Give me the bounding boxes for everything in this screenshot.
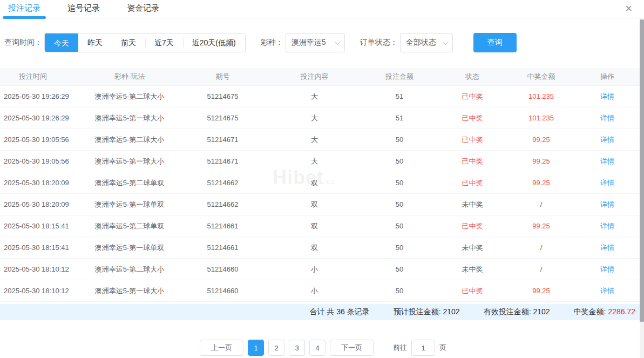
page-button-2[interactable]: 2	[268, 340, 284, 356]
cell-content: 双	[267, 178, 362, 188]
cell-time: 2025-05-30 19:26:29	[0, 114, 81, 122]
table-row: 2025-05-30 18:10:12 澳洲幸运5-第一球大小 51214660…	[0, 280, 640, 302]
table-row: 2025-05-30 19:05:56 澳洲幸运5-第二球大小 51214671…	[0, 129, 640, 151]
summary-win-value: 2286.72	[608, 307, 635, 316]
cell-game: 澳洲幸运5-第二球大小	[81, 265, 178, 274]
cell-win: 99.25	[507, 222, 575, 230]
table-row: 2025-05-30 19:26:29 澳洲幸运5-第二球大小 51214675…	[0, 86, 640, 107]
cell-game: 澳洲幸运5-第一球大小	[81, 286, 178, 296]
cell-time: 2025-05-30 18:15:41	[0, 222, 81, 230]
detail-link[interactable]: 详情	[575, 265, 640, 274]
filter-bar: 查询时间： 今天 昨天 前天 近7天 近20天(低频) 彩种： 澳洲幸运5 订单…	[4, 33, 644, 52]
page-button-4[interactable]: 4	[309, 340, 326, 356]
col-header-content: 投注内容	[267, 72, 362, 82]
detail-link[interactable]: 详情	[575, 178, 640, 188]
tab-bet-records[interactable]: 投注记录	[8, 0, 40, 18]
cell-win: /	[507, 265, 575, 273]
detail-link[interactable]: 详情	[575, 286, 640, 296]
time-filter-label: 查询时间：	[4, 38, 42, 48]
page-button-1[interactable]: 1	[248, 340, 264, 356]
page-jump: 前往 页	[393, 340, 446, 356]
cell-issue: 51214671	[178, 136, 267, 144]
cell-issue: 51214662	[178, 179, 267, 187]
cell-time: 2025-05-30 18:20:09	[0, 179, 81, 187]
time-option-7days[interactable]: 近7天	[145, 33, 183, 52]
order-status-label: 订单状态：	[360, 38, 398, 48]
next-page-button[interactable]: 下一页	[330, 340, 374, 356]
table-row: 2025-05-30 18:15:41 澳洲幸运5-第一球单双 51214661…	[0, 237, 640, 259]
page-jump-input[interactable]	[411, 340, 435, 356]
cell-issue: 51214671	[178, 157, 267, 165]
cell-issue: 51214675	[178, 114, 267, 122]
detail-link[interactable]: 详情	[575, 92, 640, 102]
detail-link[interactable]: 详情	[575, 200, 640, 210]
close-icon[interactable]: ×	[625, 1, 632, 16]
tab-fund-records[interactable]: 资金记录	[127, 0, 159, 18]
cell-content: 双	[267, 221, 362, 231]
page-jump-suffix: 页	[439, 343, 446, 353]
page-jump-prefix: 前往	[393, 343, 407, 353]
cell-content: 大	[267, 135, 362, 145]
table-row: 2025-05-30 18:15:41 澳洲幸运5-第二球单双 51214661…	[0, 215, 640, 237]
detail-link[interactable]: 详情	[575, 135, 640, 145]
cell-issue: 51214660	[178, 287, 267, 295]
col-header-issue: 期号	[178, 72, 267, 82]
cell-amount: 50	[362, 179, 437, 187]
cell-issue: 51214675	[178, 92, 267, 100]
table-row: 2025-05-30 19:05:56 澳洲幸运5-第一球大小 51214671…	[0, 151, 640, 172]
prev-page-button[interactable]: 上一页	[200, 340, 243, 356]
cell-status: 已中奖	[437, 221, 507, 231]
lottery-select[interactable]: 澳洲幸运5	[286, 33, 345, 52]
cell-content: 双	[267, 243, 362, 253]
cell-content: 大	[267, 157, 362, 166]
pagination: 上一页 1 2 3 4 下一页 前往 页	[0, 340, 644, 356]
cell-win: 99.25	[507, 287, 575, 295]
cell-amount: 50	[362, 265, 437, 273]
scrollbar-thumb[interactable]	[640, 19, 644, 322]
cell-status: 已中奖	[437, 92, 507, 102]
cell-status: 未中奖	[437, 200, 507, 210]
time-option-20days[interactable]: 近20天(低频)	[183, 33, 245, 52]
detail-link[interactable]: 详情	[575, 157, 640, 166]
cell-win: /	[507, 244, 575, 252]
detail-link[interactable]: 详情	[575, 243, 640, 253]
detail-link[interactable]: 详情	[575, 113, 640, 123]
cell-time: 2025-05-30 18:10:12	[0, 265, 81, 273]
cell-win: 99.25	[507, 136, 575, 144]
cell-issue: 51214662	[178, 200, 267, 208]
lottery-select-value: 澳洲幸运5	[292, 38, 326, 48]
time-filter-group: 今天 昨天 前天 近7天 近20天(低频)	[44, 33, 246, 52]
bet-records-table: 投注时间 彩种-玩法 期号 投注内容 投注金额 状态 中奖金额 操作 2025-…	[0, 68, 640, 302]
cell-time: 2025-05-30 19:05:56	[0, 157, 81, 165]
cell-content: 大	[267, 113, 362, 123]
table-row: 2025-05-30 18:20:09 澳洲幸运5-第一球单双 51214662…	[0, 194, 640, 215]
time-option-daybefore[interactable]: 前天	[112, 33, 145, 52]
cell-time: 2025-05-30 18:20:09	[0, 200, 81, 208]
page-button-3[interactable]: 3	[289, 340, 305, 356]
cell-win: 99.25	[507, 179, 575, 187]
cell-status: 已中奖	[437, 135, 507, 145]
cell-amount: 50	[362, 244, 437, 252]
cell-amount: 50	[362, 200, 437, 208]
cell-issue: 51214660	[178, 265, 267, 273]
cell-game: 澳洲幸运5-第二球大小	[81, 135, 178, 145]
summary-bar: 合计 共 36 条记录 预计投注金额: 2102 有效投注金额: 2102 中奖…	[0, 304, 644, 320]
summary-valid-amount: 有效投注金额: 2102	[484, 307, 550, 317]
tab-chase-records[interactable]: 追号记录	[67, 0, 100, 18]
order-status-select[interactable]: 全部状态	[400, 33, 453, 52]
cell-game: 澳洲幸运5-第二球单双	[81, 178, 178, 188]
cell-status: 已中奖	[437, 113, 507, 123]
tab-bar: 投注记录 追号记录 资金记录 ×	[0, 0, 644, 18]
cell-game: 澳洲幸运5-第一球大小	[81, 157, 178, 166]
cell-win: 101.235	[507, 114, 575, 122]
search-button[interactable]: 查询	[473, 33, 517, 52]
time-option-today[interactable]: 今天	[45, 33, 78, 52]
col-header-action: 操作	[575, 72, 640, 82]
time-option-yesterday[interactable]: 昨天	[78, 33, 112, 52]
col-header-status: 状态	[437, 72, 507, 82]
col-header-game: 彩种-玩法	[81, 72, 178, 82]
scrollbar-track[interactable]	[640, 19, 644, 358]
detail-link[interactable]: 详情	[575, 221, 640, 231]
lottery-filter-label: 彩种：	[261, 38, 283, 48]
cell-win: /	[507, 200, 575, 208]
